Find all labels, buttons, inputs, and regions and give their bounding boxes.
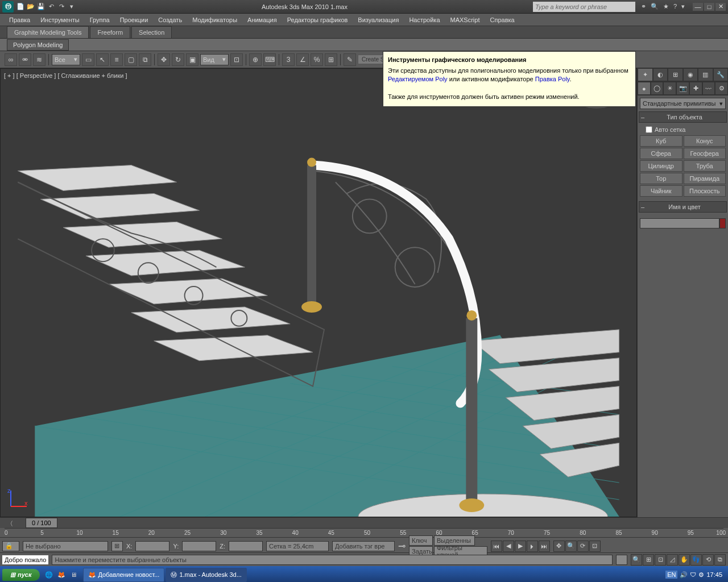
rect-select-icon[interactable]: ▢ (125, 53, 137, 66)
object-name-input[interactable] (640, 218, 719, 228)
chevron-down-icon[interactable]: ▾ (680, 3, 686, 10)
undo-icon[interactable]: ↶ (47, 2, 56, 11)
vp-pan-icon[interactable]: ✋ (679, 554, 690, 566)
menu-rendering[interactable]: Визуализация (353, 15, 403, 25)
tray-icon-2[interactable]: 🛡 (690, 571, 696, 578)
cylinder-button[interactable]: Цилиндр (640, 160, 682, 172)
maximize-button[interactable]: □ (704, 3, 714, 11)
minimize-button[interactable]: — (693, 3, 703, 11)
teapot-button[interactable]: Чайник (640, 185, 682, 197)
save-icon[interactable]: 💾 (36, 2, 46, 11)
percent-snap-icon[interactable]: % (311, 53, 323, 66)
helpers-icon[interactable]: ✚ (689, 82, 702, 95)
snap-3d-icon[interactable]: 3 (282, 53, 295, 66)
play-icon[interactable]: ▶ (515, 541, 526, 552)
tab-graphite[interactable]: Graphite Modeling Tools (7, 26, 89, 38)
nav-orbit-icon[interactable]: ⟳ (577, 541, 589, 552)
goto-end-icon[interactable]: ⏭ (539, 541, 550, 552)
ql-ie-icon[interactable]: 🌐 (43, 569, 55, 580)
select-icon[interactable]: ▭ (82, 53, 94, 66)
rotate-icon[interactable]: ↻ (172, 53, 184, 66)
tooltip-link-edit-poly[interactable]: Правка Poly (535, 76, 570, 82)
timeline-ruler[interactable]: 05 1015 2025 3035 4045 5055 6065 7075 80… (5, 528, 723, 537)
goto-start-icon[interactable]: ⏮ (491, 541, 502, 552)
link-tool-icon[interactable]: ∞ (5, 53, 17, 66)
color-swatch[interactable] (719, 218, 726, 228)
tube-button[interactable]: Труба (684, 160, 726, 172)
window-crossing-icon[interactable]: ⧉ (139, 53, 151, 66)
create-tab-icon[interactable]: ✦ (638, 68, 653, 81)
task-firefox[interactable]: 🦊Добавление новост... (83, 568, 165, 582)
hierarchy-tab-icon[interactable]: ⊞ (668, 68, 683, 81)
menu-group[interactable]: Группа (85, 15, 114, 25)
tab-freeform[interactable]: Freeform (90, 26, 130, 38)
ql-desktop-icon[interactable]: 🖥 (68, 569, 80, 580)
menu-maxscript[interactable]: MAXScript (446, 15, 485, 25)
cameras-icon[interactable]: 📷 (676, 82, 689, 95)
edit-named-icon[interactable]: ✎ (344, 53, 356, 66)
sphere-button[interactable]: Сфера (640, 148, 682, 159)
search-input[interactable]: Type a keyword or phrase (533, 2, 635, 12)
help-icon[interactable]: ? (672, 3, 678, 10)
menu-customize[interactable]: Настройка (404, 15, 444, 25)
angle-snap-icon[interactable]: ∠ (296, 53, 309, 66)
vp-zoom-icon[interactable]: 🔍 (631, 554, 642, 566)
menu-edit[interactable]: Правка (5, 15, 35, 25)
vp-walk-icon[interactable]: 👣 (690, 554, 702, 566)
scale-icon[interactable]: ▣ (186, 53, 198, 66)
viewport-canvas[interactable] (1, 69, 636, 517)
autogrid-checkbox[interactable] (646, 126, 652, 133)
new-icon[interactable]: 📄 (16, 2, 25, 11)
menu-views[interactable]: Проекции (115, 15, 153, 25)
script-icon[interactable] (616, 555, 627, 565)
rollout-name-color[interactable]: –Имя и цвет (639, 201, 727, 213)
y-field[interactable] (182, 541, 216, 551)
vp-orbit-icon[interactable]: ⟲ (702, 554, 714, 566)
torus-button[interactable]: Тор (640, 173, 682, 184)
lang-indicator[interactable]: EN (665, 571, 677, 579)
plane-button[interactable]: Плоскость (684, 185, 726, 197)
bind-tool-icon[interactable]: ≋ (33, 53, 46, 66)
time-slider[interactable]: 0 / 100 (26, 518, 57, 528)
x-field[interactable] (135, 541, 169, 551)
star-icon[interactable]: ★ (662, 3, 670, 10)
unlink-tool-icon[interactable]: ⚮ (19, 53, 31, 66)
modify-tab-icon[interactable]: ◐ (653, 68, 668, 81)
nav-pan-icon[interactable]: ✥ (553, 541, 565, 552)
prev-frame-icon[interactable]: ◀ (503, 541, 514, 552)
selection-lock-icon[interactable]: 🔒 (2, 541, 19, 551)
app-logo[interactable]: ⓜ (2, 1, 14, 13)
selection-filter[interactable]: Все▾ (52, 54, 80, 65)
lights-icon[interactable]: ☀ (663, 82, 676, 95)
list-icon[interactable]: ≡ (110, 53, 123, 66)
nav-zoom-icon[interactable]: 🔍 (565, 541, 577, 552)
move-icon[interactable]: ✥ (158, 53, 170, 66)
link-icon[interactable]: ⚭ (640, 3, 647, 10)
start-button[interactable]: ⊞пуск (2, 569, 40, 581)
open-icon[interactable]: 📂 (26, 2, 35, 11)
tray-icon[interactable]: 🔊 (680, 571, 688, 579)
tray-clock[interactable]: 17:45 (706, 571, 722, 578)
vp-maxtoggle-icon[interactable]: ⧉ (714, 554, 726, 566)
menu-grapheditors[interactable]: Редакторы графиков (283, 15, 353, 25)
ref-coord-select[interactable]: Вид▾ (200, 54, 229, 65)
geometry-type-dropdown[interactable]: Стандартные примитивы▾ (640, 98, 726, 109)
shapes-icon[interactable]: ◯ (651, 82, 664, 95)
pyramid-button[interactable]: Пирамида (684, 173, 726, 184)
tooltip-link-editable-poly[interactable]: Редактируемом Poly (388, 76, 448, 82)
coord-icon[interactable]: ⊞ (111, 541, 123, 551)
viewport[interactable]: [ + ] [ Perspective ] [ Сглаживание + бл… (0, 68, 637, 517)
collapse-icon[interactable]: 〈 (7, 519, 13, 528)
z-field[interactable] (229, 541, 263, 551)
space-warps-icon[interactable]: 〰 (702, 82, 715, 95)
geometry-icon[interactable]: ● (638, 82, 651, 95)
motion-tab-icon[interactable]: ◉ (683, 68, 698, 81)
vp-zoomext-icon[interactable]: ⊡ (655, 554, 666, 566)
display-tab-icon[interactable]: ▥ (698, 68, 713, 81)
redo-icon[interactable]: ↷ (57, 2, 66, 11)
magnifier-icon[interactable]: 🔍 (650, 3, 660, 10)
menu-modifiers[interactable]: Модификаторы (188, 15, 242, 25)
manipulate-icon[interactable]: ⊕ (249, 53, 262, 66)
systems-icon[interactable]: ⚙ (715, 82, 728, 95)
menu-create[interactable]: Создать (154, 15, 187, 25)
